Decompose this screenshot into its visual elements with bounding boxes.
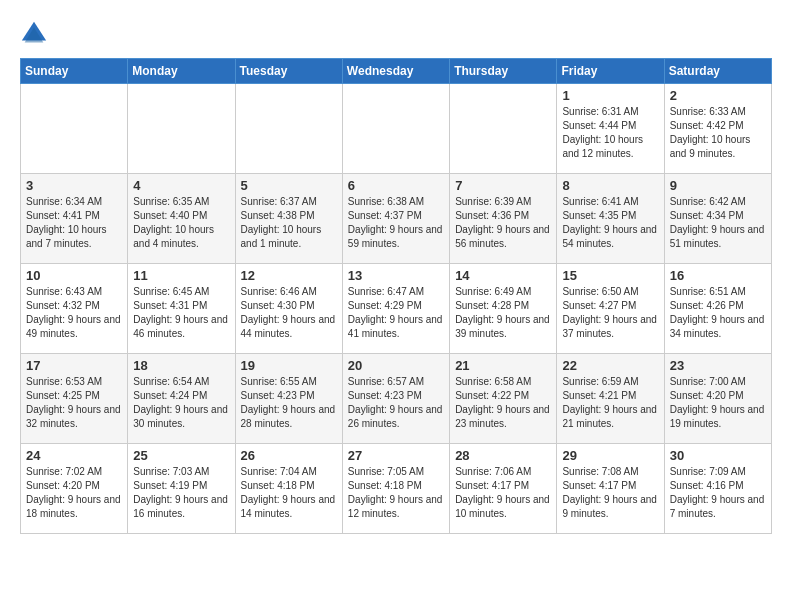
day-number: 5 [241,178,337,193]
day-info: Sunrise: 6:38 AM Sunset: 4:37 PM Dayligh… [348,195,444,251]
calendar-cell: 18Sunrise: 6:54 AM Sunset: 4:24 PM Dayli… [128,354,235,444]
calendar-cell: 1Sunrise: 6:31 AM Sunset: 4:44 PM Daylig… [557,84,664,174]
day-of-week-header: Friday [557,59,664,84]
day-number: 15 [562,268,658,283]
day-info: Sunrise: 6:46 AM Sunset: 4:30 PM Dayligh… [241,285,337,341]
calendar-cell: 20Sunrise: 6:57 AM Sunset: 4:23 PM Dayli… [342,354,449,444]
calendar-cell: 5Sunrise: 6:37 AM Sunset: 4:38 PM Daylig… [235,174,342,264]
calendar-cell [128,84,235,174]
day-number: 23 [670,358,766,373]
day-number: 25 [133,448,229,463]
day-info: Sunrise: 6:41 AM Sunset: 4:35 PM Dayligh… [562,195,658,251]
day-number: 17 [26,358,122,373]
calendar-cell: 3Sunrise: 6:34 AM Sunset: 4:41 PM Daylig… [21,174,128,264]
day-number: 24 [26,448,122,463]
calendar-cell: 11Sunrise: 6:45 AM Sunset: 4:31 PM Dayli… [128,264,235,354]
day-info: Sunrise: 7:08 AM Sunset: 4:17 PM Dayligh… [562,465,658,521]
day-number: 2 [670,88,766,103]
day-of-week-header: Sunday [21,59,128,84]
calendar-cell: 14Sunrise: 6:49 AM Sunset: 4:28 PM Dayli… [450,264,557,354]
day-info: Sunrise: 6:58 AM Sunset: 4:22 PM Dayligh… [455,375,551,431]
calendar-cell: 28Sunrise: 7:06 AM Sunset: 4:17 PM Dayli… [450,444,557,534]
day-info: Sunrise: 6:55 AM Sunset: 4:23 PM Dayligh… [241,375,337,431]
day-of-week-header: Saturday [664,59,771,84]
day-of-week-header: Thursday [450,59,557,84]
calendar-cell: 19Sunrise: 6:55 AM Sunset: 4:23 PM Dayli… [235,354,342,444]
day-info: Sunrise: 6:47 AM Sunset: 4:29 PM Dayligh… [348,285,444,341]
day-number: 20 [348,358,444,373]
day-number: 7 [455,178,551,193]
day-of-week-header: Tuesday [235,59,342,84]
calendar-cell: 22Sunrise: 6:59 AM Sunset: 4:21 PM Dayli… [557,354,664,444]
day-info: Sunrise: 6:45 AM Sunset: 4:31 PM Dayligh… [133,285,229,341]
calendar-cell [21,84,128,174]
calendar-cell: 30Sunrise: 7:09 AM Sunset: 4:16 PM Dayli… [664,444,771,534]
day-info: Sunrise: 6:33 AM Sunset: 4:42 PM Dayligh… [670,105,766,161]
day-info: Sunrise: 7:09 AM Sunset: 4:16 PM Dayligh… [670,465,766,521]
day-info: Sunrise: 6:43 AM Sunset: 4:32 PM Dayligh… [26,285,122,341]
day-number: 8 [562,178,658,193]
page-header [20,20,772,48]
day-number: 1 [562,88,658,103]
day-info: Sunrise: 7:00 AM Sunset: 4:20 PM Dayligh… [670,375,766,431]
day-number: 3 [26,178,122,193]
calendar-cell: 13Sunrise: 6:47 AM Sunset: 4:29 PM Dayli… [342,264,449,354]
day-info: Sunrise: 7:06 AM Sunset: 4:17 PM Dayligh… [455,465,551,521]
day-info: Sunrise: 7:04 AM Sunset: 4:18 PM Dayligh… [241,465,337,521]
day-number: 21 [455,358,551,373]
calendar-cell: 26Sunrise: 7:04 AM Sunset: 4:18 PM Dayli… [235,444,342,534]
day-of-week-header: Monday [128,59,235,84]
calendar-cell: 17Sunrise: 6:53 AM Sunset: 4:25 PM Dayli… [21,354,128,444]
calendar-cell: 12Sunrise: 6:46 AM Sunset: 4:30 PM Dayli… [235,264,342,354]
day-info: Sunrise: 6:35 AM Sunset: 4:40 PM Dayligh… [133,195,229,251]
logo [20,20,52,48]
day-number: 6 [348,178,444,193]
calendar-cell [342,84,449,174]
calendar-cell: 4Sunrise: 6:35 AM Sunset: 4:40 PM Daylig… [128,174,235,264]
calendar-body: 1Sunrise: 6:31 AM Sunset: 4:44 PM Daylig… [21,84,772,534]
day-info: Sunrise: 6:54 AM Sunset: 4:24 PM Dayligh… [133,375,229,431]
calendar-cell: 8Sunrise: 6:41 AM Sunset: 4:35 PM Daylig… [557,174,664,264]
calendar-week-row: 10Sunrise: 6:43 AM Sunset: 4:32 PM Dayli… [21,264,772,354]
day-info: Sunrise: 6:42 AM Sunset: 4:34 PM Dayligh… [670,195,766,251]
day-info: Sunrise: 6:53 AM Sunset: 4:25 PM Dayligh… [26,375,122,431]
calendar-cell: 6Sunrise: 6:38 AM Sunset: 4:37 PM Daylig… [342,174,449,264]
day-info: Sunrise: 7:05 AM Sunset: 4:18 PM Dayligh… [348,465,444,521]
day-info: Sunrise: 6:51 AM Sunset: 4:26 PM Dayligh… [670,285,766,341]
calendar-cell: 16Sunrise: 6:51 AM Sunset: 4:26 PM Dayli… [664,264,771,354]
day-number: 22 [562,358,658,373]
day-info: Sunrise: 6:57 AM Sunset: 4:23 PM Dayligh… [348,375,444,431]
calendar-cell: 10Sunrise: 6:43 AM Sunset: 4:32 PM Dayli… [21,264,128,354]
day-info: Sunrise: 6:49 AM Sunset: 4:28 PM Dayligh… [455,285,551,341]
day-number: 27 [348,448,444,463]
day-number: 11 [133,268,229,283]
header-row: SundayMondayTuesdayWednesdayThursdayFrid… [21,59,772,84]
calendar-week-row: 24Sunrise: 7:02 AM Sunset: 4:20 PM Dayli… [21,444,772,534]
day-number: 10 [26,268,122,283]
calendar-cell: 7Sunrise: 6:39 AM Sunset: 4:36 PM Daylig… [450,174,557,264]
calendar-cell: 23Sunrise: 7:00 AM Sunset: 4:20 PM Dayli… [664,354,771,444]
day-number: 28 [455,448,551,463]
day-info: Sunrise: 6:59 AM Sunset: 4:21 PM Dayligh… [562,375,658,431]
day-info: Sunrise: 7:02 AM Sunset: 4:20 PM Dayligh… [26,465,122,521]
day-info: Sunrise: 6:39 AM Sunset: 4:36 PM Dayligh… [455,195,551,251]
calendar-table: SundayMondayTuesdayWednesdayThursdayFrid… [20,58,772,534]
day-number: 18 [133,358,229,373]
day-number: 30 [670,448,766,463]
day-number: 19 [241,358,337,373]
calendar-cell: 27Sunrise: 7:05 AM Sunset: 4:18 PM Dayli… [342,444,449,534]
day-number: 16 [670,268,766,283]
calendar-cell: 29Sunrise: 7:08 AM Sunset: 4:17 PM Dayli… [557,444,664,534]
calendar-cell: 2Sunrise: 6:33 AM Sunset: 4:42 PM Daylig… [664,84,771,174]
day-number: 4 [133,178,229,193]
day-info: Sunrise: 6:31 AM Sunset: 4:44 PM Dayligh… [562,105,658,161]
day-number: 29 [562,448,658,463]
day-info: Sunrise: 7:03 AM Sunset: 4:19 PM Dayligh… [133,465,229,521]
day-info: Sunrise: 6:50 AM Sunset: 4:27 PM Dayligh… [562,285,658,341]
calendar-cell: 15Sunrise: 6:50 AM Sunset: 4:27 PM Dayli… [557,264,664,354]
day-number: 26 [241,448,337,463]
day-of-week-header: Wednesday [342,59,449,84]
calendar-cell [450,84,557,174]
day-info: Sunrise: 6:37 AM Sunset: 4:38 PM Dayligh… [241,195,337,251]
day-info: Sunrise: 6:34 AM Sunset: 4:41 PM Dayligh… [26,195,122,251]
